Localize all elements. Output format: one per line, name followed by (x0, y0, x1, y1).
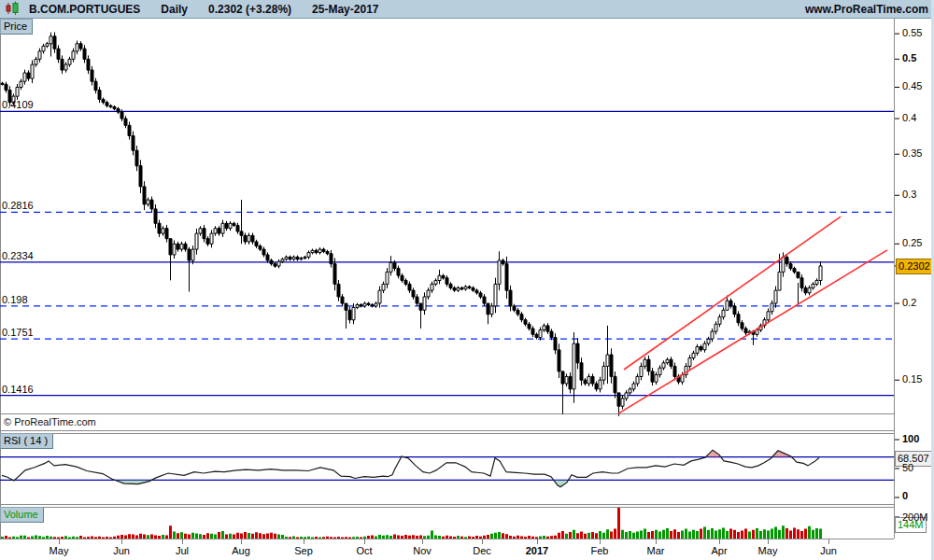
level-price-label: 0.4109 (2, 99, 34, 110)
tab-volume-indicator[interactable]: Volume (0, 507, 44, 523)
candles-up (12, 36, 822, 406)
month-label-apr: Apr (699, 545, 740, 556)
month-label-feb: Feb (579, 545, 620, 556)
price-axis-label: 0.2 (902, 297, 916, 308)
month-label-sep: Sep (283, 545, 324, 556)
month-label-aug: Aug (220, 545, 262, 556)
price-axis-label: 0.55 (902, 27, 922, 38)
level-price-label: 0.2816 (2, 200, 34, 211)
level-price-label: 0.2334 (2, 250, 34, 261)
level-price-label: 0.1416 (2, 384, 34, 395)
month-label-2017: 2017 (517, 545, 558, 556)
month-label-jun: Jun (808, 545, 849, 556)
price-axis-label: 0.4 (902, 112, 916, 123)
rsi-axis-label: 50 (902, 462, 913, 473)
price-axis-label: 0.5 (902, 52, 916, 63)
price-axis-label: 0.35 (902, 147, 922, 159)
rsi-axis-label: 100 (902, 433, 919, 444)
copyright-watermark: © ProRealTime.com (4, 416, 96, 427)
candles-down (1, 36, 807, 406)
tab-price[interactable]: Price (0, 19, 33, 35)
month-label-may: May (38, 545, 79, 556)
volume-axis-label: 200M (902, 511, 928, 523)
price-axis-label: 0.25 (902, 237, 922, 248)
price-axis-label: 0.15 (902, 373, 922, 385)
volume-bars-up (1, 525, 822, 539)
trend-channel-lower (618, 250, 887, 413)
price-axis-label: 0.3 (902, 189, 916, 200)
month-label-jul: Jul (162, 545, 203, 556)
prorealtime-window: B.COM.PORTUGUES Daily 0.2302 (+3.28%) 25… (0, 0, 934, 560)
tab-rsi-indicator[interactable]: RSI ( 14 ) (0, 433, 53, 449)
chart-canvas[interactable] (0, 0, 934, 560)
candle-wicks (3, 32, 821, 416)
level-price-label: 0.198 (2, 294, 28, 305)
month-label-dec: Dec (461, 545, 502, 556)
price-axis-label: 0.45 (902, 80, 922, 91)
month-label-jun: Jun (101, 545, 142, 556)
month-label-mar: Mar (635, 545, 676, 556)
month-label-oct: Oct (344, 545, 385, 556)
rsi-axis-label: 0 (902, 490, 908, 501)
last-price-badge: 0.2302 (896, 259, 933, 274)
level-price-label: 0.1751 (2, 327, 34, 338)
month-label-nov: Nov (402, 545, 443, 556)
month-label-may: May (747, 545, 788, 556)
